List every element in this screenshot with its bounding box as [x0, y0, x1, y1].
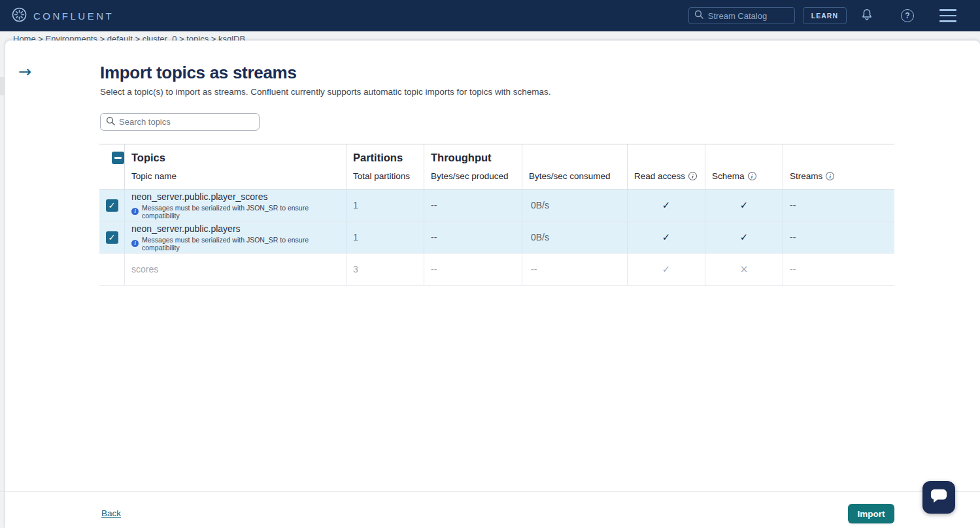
column-header-streams: Streams: [790, 171, 822, 181]
learn-button[interactable]: LEARN: [803, 7, 847, 24]
row-checkbox[interactable]: ✓: [106, 231, 118, 244]
streams-value: --: [790, 200, 796, 210]
info-icon[interactable]: i: [688, 172, 697, 180]
table-header-row: Topics Topic name Partitions Total parti…: [99, 144, 894, 190]
column-header-read-access: Read access: [634, 171, 685, 181]
bytes-consumed-value: --: [531, 264, 537, 274]
top-navbar: CONFLUENT LEARN ?: [0, 0, 980, 31]
search-topics-field[interactable]: [100, 113, 260, 131]
topic-note: i Messages must be serialized with JSON_…: [131, 236, 346, 252]
confluent-logo-icon: [12, 7, 27, 25]
brand-name: CONFLUENT: [33, 10, 114, 22]
search-icon: [106, 116, 115, 128]
indeterminate-dash-icon: [114, 157, 122, 159]
bytes-produced-value: --: [431, 264, 437, 274]
table-row: scores 3 -- -- ✓ × --: [99, 254, 894, 286]
column-header-bytes-consumed: Bytes/sec consumed: [529, 171, 627, 181]
stream-catalog-search[interactable]: [688, 7, 795, 24]
column-header-topic-name: Topic name: [131, 171, 346, 181]
streams-value: --: [790, 264, 796, 274]
help-button[interactable]: ?: [887, 9, 928, 22]
info-icon: i: [131, 208, 139, 215]
footer-divider: [0, 491, 980, 492]
main-menu-button[interactable]: [928, 9, 968, 22]
bytes-produced-value: --: [431, 232, 437, 242]
table-row[interactable]: ✓ neon_server.public.player_scores i Mes…: [99, 190, 894, 222]
stream-catalog-input[interactable]: [708, 11, 780, 21]
column-group-throughput: Throughput: [431, 152, 522, 164]
search-icon: [694, 10, 703, 22]
schema-cross-icon: ×: [740, 263, 749, 275]
select-all-checkbox[interactable]: [112, 152, 124, 164]
info-icon[interactable]: i: [826, 172, 834, 180]
info-icon: i: [131, 240, 139, 247]
import-button[interactable]: Import: [848, 504, 894, 523]
schema-check-icon: ✓: [740, 231, 749, 243]
column-header-total-partitions: Total partitions: [353, 171, 424, 181]
row-checkbox[interactable]: ✓: [106, 199, 118, 212]
check-icon: ✓: [109, 201, 116, 210]
notifications-button[interactable]: [847, 7, 887, 24]
column-group-partitions: Partitions: [353, 152, 424, 164]
bytes-produced-value: --: [431, 200, 437, 210]
collapse-panel-arrow-icon[interactable]: →: [18, 64, 31, 80]
hamburger-menu-icon: [939, 9, 956, 22]
total-partitions-value: 1: [353, 200, 358, 210]
page-subtitle: Select a topic(s) to import as streams. …: [100, 87, 551, 97]
read-access-check-icon: ✓: [662, 199, 671, 211]
confluent-logo[interactable]: CONFLUENT: [12, 7, 114, 25]
help-icon: ?: [901, 9, 914, 22]
chat-bubble-icon: [930, 487, 948, 507]
topic-name: scores: [131, 264, 158, 274]
topic-name: neon_server.public.player_scores: [131, 191, 268, 202]
total-partitions-value: 1: [353, 232, 358, 242]
read-access-check-icon: ✓: [662, 263, 671, 275]
schema-check-icon: ✓: [740, 199, 749, 211]
info-icon[interactable]: i: [748, 172, 756, 180]
total-partitions-value: 3: [353, 264, 358, 274]
page-title: Import topics as streams: [100, 63, 297, 83]
bytes-consumed-value: 0B/s: [531, 232, 549, 242]
column-header-schema: Schema: [712, 171, 745, 181]
chat-widget-button[interactable]: [922, 481, 955, 514]
check-icon: ✓: [109, 233, 116, 242]
read-access-check-icon: ✓: [662, 231, 671, 243]
bell-icon: [860, 7, 874, 24]
topic-name: neon_server.public.players: [131, 223, 241, 234]
column-header-bytes-produced: Bytes/sec produced: [431, 171, 522, 181]
topic-note: i Messages must be serialized with JSON_…: [131, 204, 346, 220]
column-group-topics: Topics: [131, 152, 346, 164]
topics-table: Topics Topic name Partitions Total parti…: [99, 144, 894, 286]
streams-value: --: [790, 232, 796, 242]
table-row[interactable]: ✓ neon_server.public.players i Messages …: [99, 222, 894, 254]
search-topics-input[interactable]: [119, 117, 243, 127]
bytes-consumed-value: 0B/s: [531, 200, 549, 210]
back-link[interactable]: Back: [101, 508, 121, 518]
